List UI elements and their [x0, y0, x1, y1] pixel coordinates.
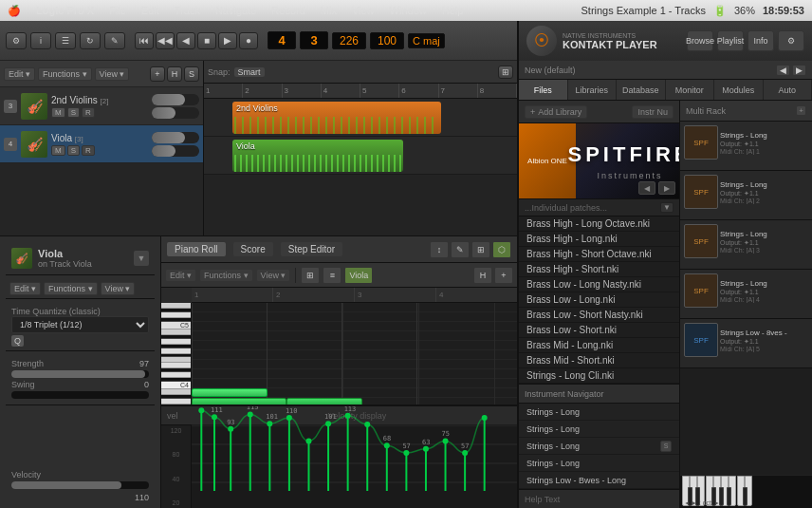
pr-tool-2[interactable]: ✎ — [451, 241, 470, 258]
edit-btn[interactable]: ✎ — [104, 32, 125, 49]
loop-btn[interactable]: ↻ — [80, 32, 101, 49]
track-hide-btn[interactable]: S — [184, 66, 199, 82]
record-menu[interactable]: Record — [271, 5, 304, 16]
track-timeline[interactable]: Snap: Smart ⊞ 1 2 3 4 5 6 7 8 — [204, 61, 517, 235]
pr-view-dropdown[interactable]: View ▾ — [101, 282, 136, 295]
prev-preset-btn[interactable]: ◀ — [776, 65, 790, 76]
pr-zoom-in[interactable]: + — [494, 267, 513, 284]
segment-viola[interactable]: Viola — [232, 140, 403, 172]
inst-nav-item[interactable]: Strings Low - Bwes - Long — [519, 472, 679, 489]
read-btn[interactable]: R — [82, 145, 95, 156]
pr-tool-5[interactable]: Viola — [344, 267, 373, 284]
roll-grid[interactable] — [192, 303, 517, 405]
info-btn[interactable]: i — [30, 32, 51, 49]
pr-tool-4[interactable]: ≡ — [323, 267, 341, 284]
rack-slot[interactable]: SPF Strings - Long Output: ✦1.1 Midi Ch:… — [680, 220, 812, 270]
note-block[interactable] — [192, 398, 286, 405]
monitor-tab[interactable]: Monitor — [666, 80, 715, 100]
piano-key-eb4[interactable] — [161, 368, 192, 372]
rack-slot[interactable]: SPF Strings Low - 8ves - Output: ✦1.1 Mi… — [680, 319, 812, 368]
pr-view-dropdown-2[interactable]: View ▾ — [256, 269, 291, 282]
mini-key-black[interactable] — [695, 487, 700, 506]
pr-tool-1[interactable]: ↕ — [430, 241, 449, 258]
list-btn[interactable]: ☰ — [55, 32, 76, 49]
patch-item[interactable]: Brass High - Long.nki — [519, 232, 679, 247]
quantize-select[interactable]: 1/8 Triplet (1/12) — [11, 316, 149, 333]
inst-nav-item[interactable]: Strings - Long S — [519, 438, 679, 455]
pr-zoom-h[interactable]: H — [473, 267, 492, 284]
tab-piano-roll[interactable]: Piano Roll — [167, 242, 226, 256]
rewind-btn[interactable]: ⏮ — [135, 32, 154, 49]
help-menu[interactable]: Help — [442, 5, 464, 16]
patch-item[interactable]: Brass Low - Long.nki — [519, 292, 679, 308]
tab-step-editor[interactable]: Step Editor — [281, 242, 342, 256]
mute-btn[interactable]: M — [51, 107, 65, 118]
track-pan-fader[interactable] — [152, 107, 199, 119]
piano-key-bb4[interactable] — [161, 335, 192, 339]
strength-slider[interactable] — [11, 370, 149, 378]
modules-tab[interactable]: Modules — [714, 80, 764, 100]
segment-2nd-violins[interactable]: 2nd Violins — [232, 102, 441, 134]
settings-btn[interactable]: ⚙ — [6, 32, 27, 49]
inst-nav-item[interactable]: Strings - Long — [519, 421, 679, 438]
mini-key-black[interactable] — [743, 487, 747, 506]
track-menu[interactable]: Track — [175, 5, 200, 16]
back-btn[interactable]: ◀◀ — [156, 32, 175, 49]
view-menu[interactable]: View — [352, 5, 375, 16]
instr-mode-btn[interactable]: Instr Nu — [632, 105, 674, 119]
options-btn[interactable]: ⚙ — [778, 30, 804, 51]
track-row[interactable] — [0, 163, 203, 235]
mini-key-black[interactable] — [688, 487, 692, 506]
note-block[interactable] — [286, 398, 362, 405]
patch-item[interactable]: Brass Mid - Short.nki — [519, 353, 679, 368]
playlist-btn[interactable]: Playlist — [717, 30, 744, 51]
navigate-menu[interactable]: Navigate — [215, 5, 256, 16]
track-pan-fader[interactable] — [152, 145, 199, 157]
pr-tool-3[interactable]: ⊞ — [471, 241, 490, 258]
rack-slot[interactable]: SPF Strings - Long Output: ✦1.1 Midi Ch:… — [680, 171, 812, 220]
patch-item[interactable]: Brass Low - Short Nasty.nki — [519, 308, 679, 323]
patch-item[interactable]: Brass High - Long Octave.nki — [519, 216, 679, 232]
piano-key-ab4[interactable] — [161, 345, 192, 348]
solo-btn[interactable]: S — [67, 107, 80, 118]
piano-key-eb5[interactable] — [161, 309, 192, 312]
mini-key-black[interactable] — [719, 487, 724, 506]
inst-nav-item[interactable]: Strings - Long — [519, 404, 679, 421]
align-btn[interactable]: ⊞ — [498, 66, 513, 79]
pr-functions-dropdown-2[interactable]: Functions ▾ — [199, 269, 253, 282]
solo-btn[interactable]: S — [67, 145, 80, 156]
read-btn[interactable]: R — [82, 107, 95, 118]
pr-edit-dropdown[interactable]: Edit ▾ — [9, 282, 41, 295]
pr-edit-dropdown-2[interactable]: Edit ▾ — [165, 269, 196, 282]
pr-snap-btn[interactable]: ⊞ — [301, 267, 320, 284]
patch-item[interactable]: Brass Low - Short.nki — [519, 323, 679, 338]
play-btn[interactable]: ▶ — [218, 32, 237, 49]
edit-menu[interactable]: Edit — [141, 5, 159, 16]
track-row[interactable]: 4 🎻 Viola [3] M S R — [0, 125, 203, 163]
rack-slot[interactable]: SPF Strings - Long Output: ✦1.1 Midi Ch:… — [680, 122, 812, 171]
tab-score[interactable]: Score — [233, 242, 273, 256]
mini-key-black[interactable] — [727, 487, 731, 506]
patch-item[interactable]: Brass Low - Long Nasty.nki — [519, 277, 679, 292]
track-expand-btn[interactable]: ▼ — [134, 251, 149, 266]
rack-add-btn[interactable]: + — [796, 105, 806, 116]
add-library-btn[interactable]: + Add Library — [525, 105, 587, 119]
track-volume-fader[interactable] — [152, 94, 199, 105]
apple-icon[interactable]: 🍎 — [8, 5, 21, 17]
mute-btn[interactable]: M — [51, 145, 65, 156]
piano-key-db5[interactable] — [161, 318, 192, 322]
next-preset-btn[interactable]: ▶ — [792, 65, 806, 76]
inst-nav-item[interactable]: Strings - Long — [519, 455, 679, 472]
piano-key-gb4[interactable] — [161, 354, 192, 358]
browse-btn[interactable]: Browse — [687, 30, 713, 51]
auto-tab[interactable]: Auto — [764, 80, 813, 100]
timeline-row[interactable]: 2nd Violins — [204, 99, 517, 137]
piano-key-bb3[interactable] — [161, 395, 192, 399]
timeline-row[interactable]: Viola — [204, 137, 517, 175]
note-block[interactable] — [192, 388, 268, 397]
files-tab[interactable]: Files — [519, 80, 568, 100]
file-menu[interactable]: File — [109, 5, 126, 16]
piano-key-c4[interactable]: C4 — [161, 382, 191, 389]
stop-btn[interactable]: ■ — [197, 32, 216, 49]
track-row[interactable]: 3 🎻 2nd Violins [2] M S R — [0, 87, 203, 125]
